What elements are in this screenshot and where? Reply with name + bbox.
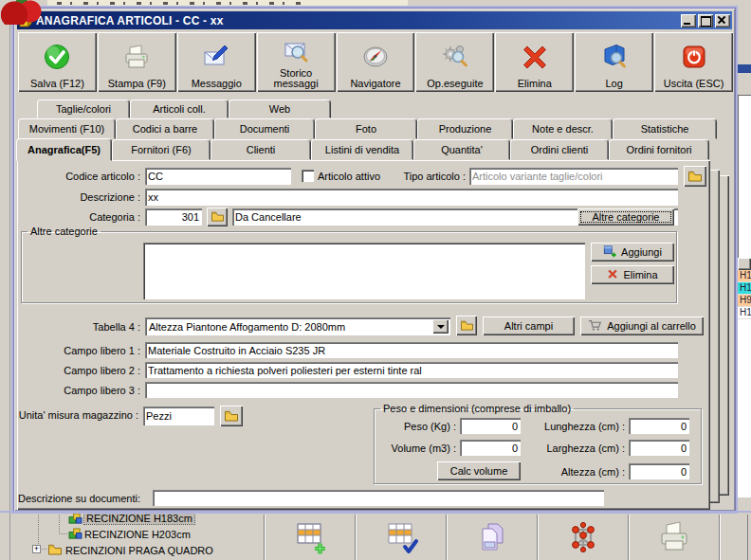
envelope-pen-icon: [201, 35, 231, 79]
unita-misura-label: Unita' misura magazzino :: [17, 409, 138, 421]
side-list: H1. H1. H9. H1.: [738, 270, 751, 319]
tabella4-folder-button[interactable]: [456, 316, 477, 335]
altre-categorie-listbox[interactable]: [143, 243, 585, 299]
peso-label: Peso (Kg) :: [376, 421, 456, 432]
bottom-toolbar-button[interactable]: [264, 515, 355, 560]
campo-libero1-label: Campo libero 1 :: [17, 345, 140, 356]
folder-icon: [47, 543, 63, 555]
descrizione-documenti-field[interactable]: [153, 490, 604, 506]
main-toolbar: Salva (F12) Stampa (F9) Messaggio Storic…: [17, 31, 734, 93]
titlebar[interactable]: ANAGRAFICA ARTICOLI - CC - xx: [17, 11, 732, 29]
tab-row-middle: Movimenti (F10) Codici a barre Documenti…: [18, 118, 717, 139]
campo-libero2-label: Campo libero 2 :: [17, 365, 140, 376]
log-button[interactable]: Log: [575, 32, 653, 92]
tab-produzione[interactable]: Produzione: [417, 118, 513, 139]
tipo-articolo-field: [469, 168, 678, 185]
descrizione-field[interactable]: [145, 189, 678, 206]
tab-taglie-colori[interactable]: Taglie/colori: [37, 99, 130, 118]
maximize-button[interactable]: [698, 14, 713, 27]
tabella4-select[interactable]: Altezza Piantone Affogamento D: 2080mm: [145, 317, 450, 335]
storico-messaggi-button[interactable]: Storico messaggi: [257, 32, 336, 92]
tree-item[interactable]: RECINZIONE H203cm: [84, 529, 191, 540]
uscita-button[interactable]: Uscita (ESC): [654, 32, 733, 92]
codice-articolo-label: Codice articolo :: [17, 171, 140, 182]
volume-field[interactable]: [460, 440, 521, 456]
tree-item[interactable]: RECINZIONI PRAGA QUADRO: [65, 545, 213, 556]
elimina-button[interactable]: Elimina: [495, 32, 574, 92]
tab-listini-di-vendita[interactable]: Listini di vendita: [311, 139, 413, 160]
bottom-toolbar-button[interactable]: [355, 515, 446, 560]
tab-web[interactable]: Web: [229, 99, 331, 118]
tab-movimenti[interactable]: Movimenti (F10): [18, 118, 116, 139]
tab-ordini-fornitori[interactable]: Ordini fornitori: [609, 139, 709, 160]
printer-icon: [121, 35, 152, 79]
tab-documenti[interactable]: Documenti: [214, 118, 315, 139]
tab-statistiche[interactable]: Statistiche: [613, 118, 717, 139]
tab-clienti[interactable]: Clienti: [211, 139, 311, 160]
bottom-toolbar-button[interactable]: [628, 515, 719, 560]
op-eseguite-button[interactable]: Op.eseguite: [415, 32, 494, 92]
lunghezza-field[interactable]: [629, 418, 689, 434]
volume-label: Volume (m3) :: [376, 443, 456, 454]
tab-ordini-clienti[interactable]: Ordini clienti: [510, 139, 609, 160]
campo-libero1-field[interactable]: [145, 342, 678, 358]
codice-articolo-field[interactable]: [145, 168, 291, 185]
tab-anagrafica[interactable]: Anagrafica(F5): [16, 138, 112, 161]
list-item[interactable]: H1.: [738, 270, 751, 282]
background-white-panel: [738, 319, 751, 497]
stampa-button[interactable]: Stampa (F9): [98, 32, 176, 92]
button-label: Op.eseguite: [427, 79, 483, 89]
aggiungi-al-carrello-button[interactable]: Aggiungi al carrello: [580, 316, 704, 335]
aggiungi-button[interactable]: Aggiungi: [591, 243, 674, 262]
folder-icon: [224, 409, 239, 424]
compass-icon: [360, 35, 391, 79]
red-x-icon: [607, 268, 618, 281]
window-title: ANAGRAFICA ARTICOLI - CC - xx: [36, 14, 224, 27]
elimina-categoria-button[interactable]: Elimina: [591, 265, 674, 284]
bottom-toolbar-button[interactable]: [446, 515, 537, 560]
navigatore-button[interactable]: Navigatore: [337, 32, 415, 92]
minimize-button[interactable]: [681, 14, 696, 27]
messaggio-button[interactable]: Messaggio: [177, 32, 256, 92]
tab-fornitori[interactable]: Fornitori (F6): [112, 139, 211, 160]
background-titlebar-fragment: [737, 64, 751, 73]
campo-libero2-field[interactable]: [145, 362, 678, 378]
background-bottom-window: RECINZIONE H183cm RECINZIONE H203cm + RE…: [0, 513, 751, 560]
campo-libero3-label: Campo libero 3 :: [17, 385, 140, 396]
categoria-field[interactable]: [145, 208, 202, 226]
tab-foto[interactable]: Foto: [315, 118, 417, 139]
chevron-down-icon[interactable]: [432, 319, 449, 334]
list-item[interactable]: H9.: [738, 295, 751, 307]
tree-item[interactable]: RECINZIONE H183cm: [84, 513, 194, 524]
tabella4-selected-value: Altezza Piantone Affogamento D: 2080mm: [145, 321, 432, 333]
descrizione-label: Descrizione :: [17, 191, 140, 203]
tab-quantita[interactable]: Quantita': [413, 139, 510, 160]
campo-libero3-field[interactable]: [145, 382, 678, 398]
list-item[interactable]: H1.: [738, 282, 751, 295]
tree-expander[interactable]: +: [32, 545, 41, 553]
close-button[interactable]: [715, 14, 730, 27]
articolo-attivo-checkbox[interactable]: [302, 170, 314, 182]
altre-categorie-button[interactable]: Altre categorie: [577, 208, 674, 226]
altri-campi-button[interactable]: Altri campi: [483, 316, 575, 335]
tipo-articolo-folder-button[interactable]: [684, 166, 706, 187]
toolbar-separator: [719, 515, 720, 560]
tabella4-label: Tabella 4 :: [17, 321, 140, 333]
button-label: Elimina: [623, 269, 657, 280]
tree-connector: [59, 513, 60, 534]
categoria-folder-button[interactable]: [207, 208, 228, 226]
save-check-icon: [42, 35, 72, 79]
calc-volume-button[interactable]: Calc volume: [437, 461, 521, 480]
list-item[interactable]: H1.: [738, 307, 751, 319]
salva-button[interactable]: Salva (F12): [18, 32, 97, 92]
unita-misura-folder-button[interactable]: [220, 406, 243, 426]
tab-codici-a-barre[interactable]: Codici a barre: [116, 118, 214, 139]
tab-articoli-coll[interactable]: Articoli coll.: [130, 99, 229, 118]
tab-note-e-descr[interactable]: Note e descr.: [513, 118, 613, 139]
bottom-toolbar-button[interactable]: [537, 515, 628, 560]
unita-misura-field[interactable]: [143, 406, 214, 425]
altezza-field[interactable]: [629, 463, 689, 479]
peso-field[interactable]: [460, 418, 521, 434]
anagrafica-articoli-window: ANAGRAFICA ARTICOLI - CC - xx Salva (F12…: [13, 8, 736, 512]
larghezza-field[interactable]: [629, 440, 689, 456]
